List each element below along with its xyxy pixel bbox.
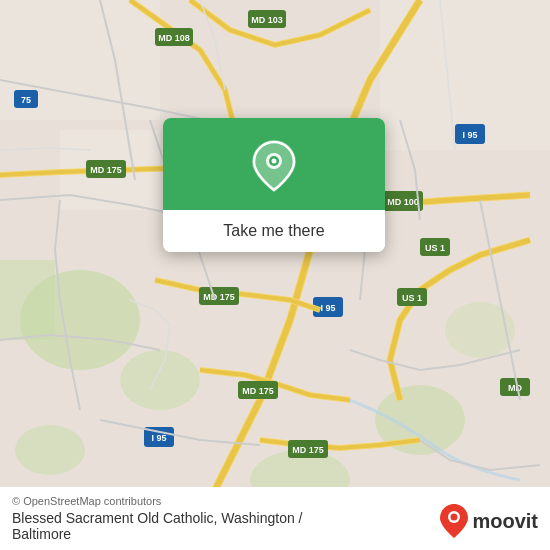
svg-text:I 95: I 95	[151, 433, 166, 443]
map-container: I 95 I 95 I 95 MD 100 MD 103 MD 108	[0, 0, 550, 550]
location-popup: Take me there	[163, 118, 385, 252]
svg-text:75: 75	[21, 95, 31, 105]
location-pin-icon	[252, 140, 296, 192]
moovit-logo: moovit	[440, 504, 538, 538]
svg-point-4	[120, 350, 200, 410]
svg-text:US 1: US 1	[425, 243, 445, 253]
svg-text:I 95: I 95	[462, 130, 477, 140]
map-background: I 95 I 95 I 95 MD 100 MD 103 MD 108	[0, 0, 550, 550]
svg-text:MD 175: MD 175	[292, 445, 324, 455]
popup-header	[163, 118, 385, 210]
svg-text:MD: MD	[508, 383, 522, 393]
svg-text:MD 175: MD 175	[90, 165, 122, 175]
svg-text:I 95: I 95	[320, 303, 335, 313]
svg-point-7	[15, 425, 85, 475]
take-me-there-button[interactable]: Take me there	[163, 210, 385, 252]
svg-text:MD 103: MD 103	[251, 15, 283, 25]
moovit-pin-icon	[440, 504, 468, 538]
moovit-brand-name: moovit	[472, 510, 538, 533]
svg-rect-3	[0, 260, 55, 340]
svg-text:MD 108: MD 108	[158, 33, 190, 43]
svg-point-43	[451, 514, 458, 521]
svg-point-5	[445, 302, 515, 358]
svg-text:MD 100: MD 100	[387, 197, 419, 207]
svg-point-41	[272, 159, 277, 164]
svg-text:MD 175: MD 175	[242, 386, 274, 396]
svg-text:MD 175: MD 175	[203, 292, 235, 302]
svg-text:US 1: US 1	[402, 293, 422, 303]
